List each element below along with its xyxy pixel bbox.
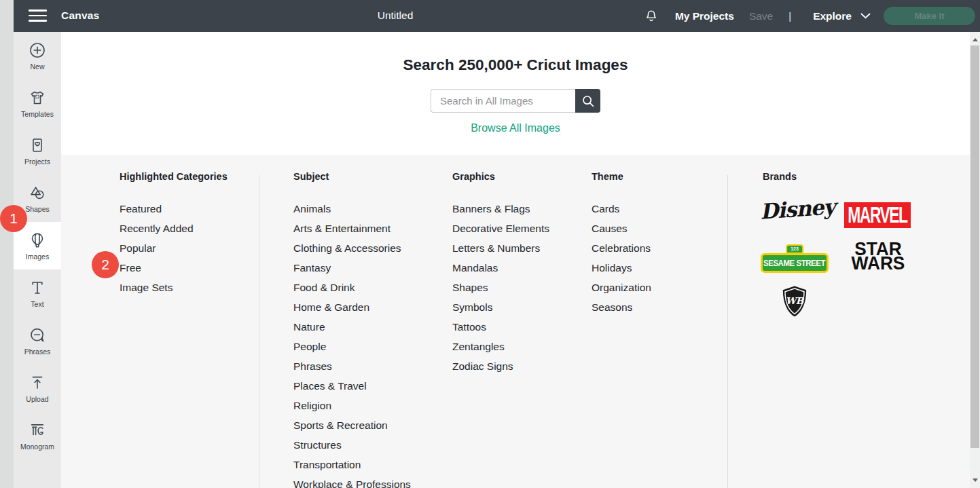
category-link-animals[interactable]: Animals [293,199,411,219]
sidebar-item-label: Monogram [20,443,54,451]
category-column-header: Subject [293,171,411,183]
category-link-mandalas[interactable]: Mandalas [452,258,549,278]
sidebar-item-label: Upload [26,395,48,403]
shapes-icon [29,184,46,202]
sidebar-item-label: New [30,62,44,71]
tshirt-icon [29,89,46,107]
category-column-subject: SubjectAnimalsArts & EntertainmentClothi… [293,171,411,488]
category-link-arts-entertainment[interactable]: Arts & Entertainment [293,219,411,238]
scroll-up-arrow[interactable] [973,38,978,41]
brand-marvel-logo[interactable]: MARVEL [844,202,911,228]
explore-label: Explore [813,10,852,22]
brands-header: Brands [763,171,966,183]
category-link-people[interactable]: People [293,337,411,356]
category-link-zentangles[interactable]: Zentangles [452,337,549,356]
notifications-bell-icon[interactable] [644,9,659,24]
category-link-causes[interactable]: Causes [592,219,651,238]
category-column-header: Highlighted Categories [120,171,228,183]
category-column-header: Graphics [452,171,549,183]
category-column-graphics: GraphicsBanners & FlagsDecorative Elemen… [452,171,549,376]
category-link-food-drink[interactable]: Food & Drink [293,278,411,297]
brand-sesame-street-logo[interactable]: 123 SESAME STREET [761,244,829,273]
vertical-scrollbar [970,32,980,488]
category-link-shapes[interactable]: Shapes [452,278,549,297]
phrases-bubble-icon [29,326,46,344]
categories-panel: Highlighted CategoriesFeaturedRecently A… [61,155,970,488]
tool-sidebar: NewTemplatesProjectsShapesImagesTextPhra… [14,32,61,488]
category-link-places-travel[interactable]: Places & Travel [293,376,411,396]
scrollbar-thumb[interactable] [970,45,979,448]
category-link-image-sets[interactable]: Image Sets [120,278,228,297]
category-link-popular[interactable]: Popular [120,238,228,258]
column-divider [259,175,259,488]
make-it-button[interactable]: Make It [884,7,975,25]
category-link-home-garden[interactable]: Home & Garden [293,297,411,317]
sidebar-item-upload[interactable]: Upload [14,364,61,412]
monogram-icon [29,421,46,439]
top-bar: Canvas Untitled My Projects Save | Explo… [14,0,980,32]
sidebar-item-text[interactable]: Text [14,269,61,317]
sesame-wordmark: SESAME STREET [763,259,825,268]
category-link-recently-added[interactable]: Recently Added [120,219,228,238]
sidebar-item-label: Images [26,252,49,261]
hamburger-menu-icon[interactable] [29,10,47,22]
text-icon [29,279,46,297]
search-input[interactable] [431,89,575,113]
star-wars-line2: WARS [843,255,914,271]
browse-all-images-link[interactable]: Browse All Images [61,122,970,134]
document-title[interactable]: Untitled [327,10,463,22]
sidebar-item-label: Phrases [24,348,51,356]
search-button[interactable] [575,89,600,113]
save-button[interactable]: Save [749,10,773,22]
category-column-highlighted-categories: Highlighted CategoriesFeaturedRecently A… [120,171,228,297]
category-link-cards[interactable]: Cards [592,199,651,219]
category-link-workplace-professions[interactable]: Workplace & Professions [293,474,411,488]
topbar-divider: | [788,10,791,22]
scroll-down-arrow[interactable] [973,478,978,482]
category-link-holidays[interactable]: Holidays [592,258,651,278]
annotation-step-1-badge: 1 [0,205,27,232]
category-link-fantasy[interactable]: Fantasy [293,258,411,278]
sidebar-item-label: Shapes [25,205,50,213]
category-link-nature[interactable]: Nature [293,317,411,337]
category-link-religion[interactable]: Religion [293,396,411,415]
upload-icon [29,374,46,392]
annotation-step-2-badge: 2 [92,251,119,278]
category-link-clothing-accessories[interactable]: Clothing & Accessories [293,238,411,258]
category-link-zodiac-signs[interactable]: Zodiac Signs [452,356,549,376]
sidebar-item-new[interactable]: New [14,32,61,79]
hot-air-balloon-icon [29,231,46,249]
category-link-transportation[interactable]: Transportation [293,455,411,474]
column-divider [727,175,728,488]
page-title: Search 250,000+ Cricut Images [61,32,970,74]
category-link-decorative-elements[interactable]: Decorative Elements [452,219,549,238]
category-link-celebrations[interactable]: Celebrations [592,238,651,258]
sidebar-item-label: Projects [24,157,50,166]
my-projects-link[interactable]: My Projects [675,10,734,22]
category-link-letters-numbers[interactable]: Letters & Numbers [452,238,549,258]
sidebar-item-label: Templates [21,110,54,118]
wb-monogram: WB [786,295,805,306]
category-link-seasons[interactable]: Seasons [592,297,651,317]
category-link-structures[interactable]: Structures [293,435,411,455]
category-column-header: Theme [592,171,651,183]
sidebar-item-phrases[interactable]: Phrases [14,317,61,364]
category-link-banners-flags[interactable]: Banners & Flags [452,199,549,219]
category-link-tattoos[interactable]: Tattoos [452,317,549,337]
brand-warner-bros-logo[interactable]: WB [782,285,807,320]
explore-menu[interactable]: Explore [813,10,871,22]
sidebar-item-projects[interactable]: Projects [14,127,61,174]
category-column-theme: ThemeCardsCausesCelebrationsHolidaysOrga… [592,171,651,317]
brand-disney-logo[interactable]: Disney [759,194,836,224]
sidebar-item-label: Text [31,300,43,308]
category-link-sports-recreation[interactable]: Sports & Recreation [293,415,411,435]
brand-star-wars-logo[interactable]: STAR WARS [844,242,912,270]
sidebar-item-monogram[interactable]: Monogram [14,412,61,459]
category-link-free[interactable]: Free [120,258,228,278]
category-link-phrases[interactable]: Phrases [293,356,411,376]
category-link-featured[interactable]: Featured [120,199,228,219]
category-link-organization[interactable]: Organization [592,278,651,297]
sidebar-item-templates[interactable]: Templates [14,79,61,127]
search-icon [582,95,594,107]
category-link-symbols[interactable]: Symbols [452,297,549,317]
